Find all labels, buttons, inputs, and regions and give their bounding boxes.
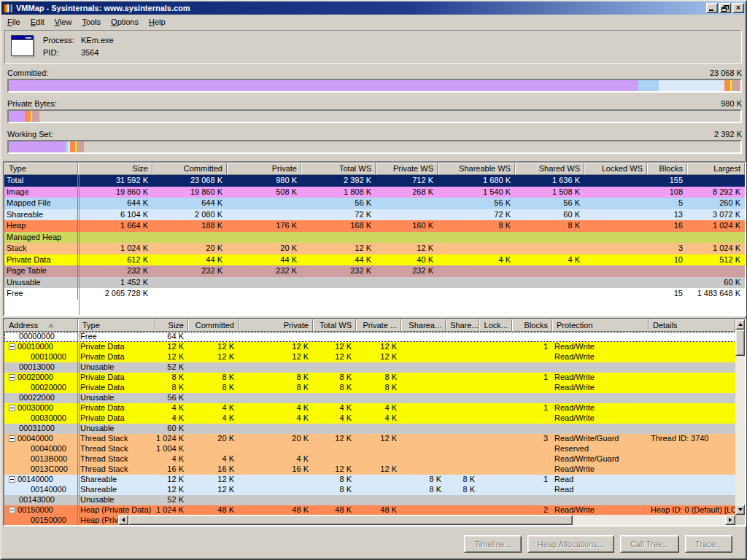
button-call-tree[interactable]: Call Tree... <box>620 535 679 553</box>
cell-total-ws <box>313 362 356 373</box>
detail-row-00010000-private-data[interactable]: 00010000Private Data12 K12 K12 K12 K12 K… <box>4 352 745 362</box>
close-button[interactable]: × <box>732 3 744 13</box>
column-header-blocks[interactable]: Blocks <box>512 319 552 332</box>
cell-locked-ws <box>584 232 647 244</box>
summary-row-total[interactable]: Total31 592 K23 068 K980 K2 392 K712 K1 … <box>4 175 745 187</box>
collapse-toggle-icon[interactable] <box>9 476 15 483</box>
detail-row-0013c000-thread-stack[interactable]: 0013C000Thread Stack16 K16 K16 K12 K12 K… <box>4 464 745 475</box>
collapse-toggle-icon[interactable] <box>9 435 15 442</box>
summary-row-unusable[interactable]: Unusable1 452 K60 K <box>4 277 745 289</box>
collapse-toggle-icon[interactable] <box>9 343 15 350</box>
column-header-share[interactable]: Share... <box>446 319 479 332</box>
pid-label: PID: <box>43 47 81 59</box>
cell-size: 60 K <box>155 424 188 434</box>
summary-row-heap[interactable]: Heap1 664 K188 K176 K168 K160 K8 K8 K161… <box>4 220 745 232</box>
button-trace[interactable]: Trace... <box>685 535 732 553</box>
detail-row-00010000-private-data[interactable]: 00010000Private Data12 K12 K12 K12 K12 K… <box>4 342 745 352</box>
menu-file[interactable]: File <box>2 16 26 28</box>
collapse-toggle-icon[interactable] <box>9 405 15 411</box>
button-heap-allocations[interactable]: Heap Allocations... <box>527 535 614 553</box>
detail-row-0015c000-heap-private-data[interactable]: 0015C000Heap (Private Data) <box>4 526 745 526</box>
summary-row-free[interactable]: Free2 065 728 K151 483 648 K <box>4 288 745 300</box>
column-header-committed[interactable]: Committed <box>152 163 227 175</box>
column-header-total-ws[interactable]: Total WS <box>313 319 356 332</box>
column-header-private[interactable]: Private ... <box>356 319 401 332</box>
scroll-down-button[interactable] <box>735 505 745 515</box>
column-header-committed[interactable]: Committed <box>188 319 239 332</box>
collapse-toggle-icon[interactable] <box>9 507 15 513</box>
column-header-private-ws[interactable]: Private WS <box>376 163 438 175</box>
cell-size: 1 024 K <box>78 243 152 254</box>
detail-row-00150000-heap-private-data[interactable]: 00150000Heap (Private Data)1 024 K48 K48… <box>4 505 745 516</box>
summary-row-page-table[interactable]: Page Table232 K232 K232 K232 K232 K <box>4 265 745 277</box>
collapse-toggle-icon[interactable] <box>9 374 15 381</box>
arrow-up-icon <box>738 323 743 326</box>
detail-row-00022000-unusable[interactable]: 00022000Unusable56 K <box>4 393 745 403</box>
summary-row-stack[interactable]: Stack1 024 K20 K20 K12 K12 K31 024 K <box>4 243 745 254</box>
restore-button[interactable] <box>719 3 731 13</box>
cell-private: 176 K <box>227 220 301 232</box>
cell-address: 00031000 <box>4 424 78 434</box>
detail-row-00040000-thread-stack[interactable]: 00040000Thread Stack1 024 K20 K20 K12 K1… <box>4 434 745 444</box>
detail-row-00040000-thread-stack[interactable]: 00040000Thread Stack1 004 KReserved <box>4 444 745 454</box>
horizontal-scroll-thumb[interactable] <box>128 515 573 525</box>
column-header-lock[interactable]: Lock... <box>479 319 512 332</box>
menu-help[interactable]: Help <box>144 16 171 28</box>
vertical-scrollbar[interactable] <box>735 319 745 515</box>
cell-shared-ws: 56 K <box>515 198 584 209</box>
vertical-scroll-thumb[interactable] <box>735 330 745 356</box>
detail-row-00030000-private-data[interactable]: 00030000Private Data4 K4 K4 K4 K4 KRead/… <box>4 413 745 424</box>
button-timeline[interactable]: Timeline... <box>464 535 521 553</box>
column-header-shareable-ws[interactable]: Shareable WS <box>438 163 515 175</box>
menu-edit[interactable]: Edit <box>26 16 50 28</box>
column-header-largest[interactable]: Largest <box>687 163 745 175</box>
column-header-total-ws[interactable]: Total WS <box>301 163 376 175</box>
summary-row-image[interactable]: Image19 860 K19 860 K508 K1 808 K268 K1 … <box>4 187 745 198</box>
column-header-address[interactable]: Address <box>4 319 78 332</box>
scroll-left-button[interactable] <box>118 515 128 525</box>
column-header-private[interactable]: Private <box>227 163 301 175</box>
detail-row-00140000-shareable[interactable]: 00140000Shareable12 K12 K8 K8 K8 KRead <box>4 485 745 495</box>
column-header-details[interactable]: Details <box>649 319 735 332</box>
horizontal-scroll-track[interactable] <box>573 515 725 525</box>
detail-row-00000000-free[interactable]: 00000000Free64 K <box>4 332 745 342</box>
detail-row-0013b000-thread-stack[interactable]: 0013B000Thread Stack4 K4 K4 KRead/Write/… <box>4 454 745 464</box>
summary-row-private-data[interactable]: Private Data612 K44 K44 K44 K40 K4 K4 K1… <box>4 254 745 266</box>
detail-row-00020000-private-data[interactable]: 00020000Private Data8 K8 K8 K8 K8 KRead/… <box>4 383 745 393</box>
address-text: 0015C000 <box>31 526 68 526</box>
summary-row-shareable[interactable]: Shareable6 104 K2 080 K72 K72 K60 K133 0… <box>4 209 745 221</box>
scroll-right-button[interactable] <box>725 515 735 525</box>
cell-blocks <box>512 352 552 362</box>
summary-row-managed-heap[interactable]: Managed Heap <box>4 232 745 244</box>
detail-row-00020000-private-data[interactable]: 00020000Private Data8 K8 K8 K8 K8 K1Read… <box>4 373 745 383</box>
column-header-private[interactable]: Private <box>239 319 313 332</box>
column-header-protection[interactable]: Protection <box>552 319 649 332</box>
menu-options[interactable]: Options <box>106 16 144 28</box>
detail-row-00140000-shareable[interactable]: 00140000Shareable12 K12 K8 K8 K8 K1Read <box>4 475 745 485</box>
column-header-size[interactable]: Size <box>78 163 152 175</box>
cell-largest <box>687 175 745 187</box>
column-header-type[interactable]: Type <box>78 319 155 332</box>
minimize-button[interactable] <box>706 3 718 13</box>
menu-view[interactable]: View <box>50 16 77 28</box>
column-header-shared-ws[interactable]: Shared WS <box>515 163 584 175</box>
bar-label-row-private-bytes: Private Bytes:980 K <box>7 99 742 109</box>
menu-tools[interactable]: Tools <box>77 16 106 28</box>
detail-row-00031000-unusable[interactable]: 00031000Unusable60 K <box>4 424 745 434</box>
summary-header: TypeSizeCommittedPrivateTotal WSPrivate … <box>4 163 745 175</box>
horizontal-scrollbar[interactable] <box>118 515 735 525</box>
summary-row-mapped-file[interactable]: Mapped File644 K644 K56 K56 K56 K5260 K <box>4 198 745 209</box>
column-header-sharea[interactable]: Sharea... <box>401 319 446 332</box>
detail-row-00030000-private-data[interactable]: 00030000Private Data4 K4 K4 K4 K4 K1Read… <box>4 403 745 413</box>
column-header-blocks[interactable]: Blocks <box>647 163 687 175</box>
cell-share <box>446 332 479 342</box>
column-header-locked-ws[interactable]: Locked WS <box>584 163 647 175</box>
cell-private: 4 K <box>356 403 401 413</box>
scroll-up-button[interactable] <box>735 319 745 330</box>
cell-private <box>227 209 301 221</box>
column-header-size[interactable]: Size <box>155 319 188 332</box>
column-header-type[interactable]: Type <box>4 163 78 175</box>
detail-row-00013000-unusable[interactable]: 00013000Unusable52 K <box>4 362 745 373</box>
cell-lock <box>479 332 512 342</box>
detail-row-00143000-unusable[interactable]: 00143000Unusable52 K <box>4 495 745 505</box>
